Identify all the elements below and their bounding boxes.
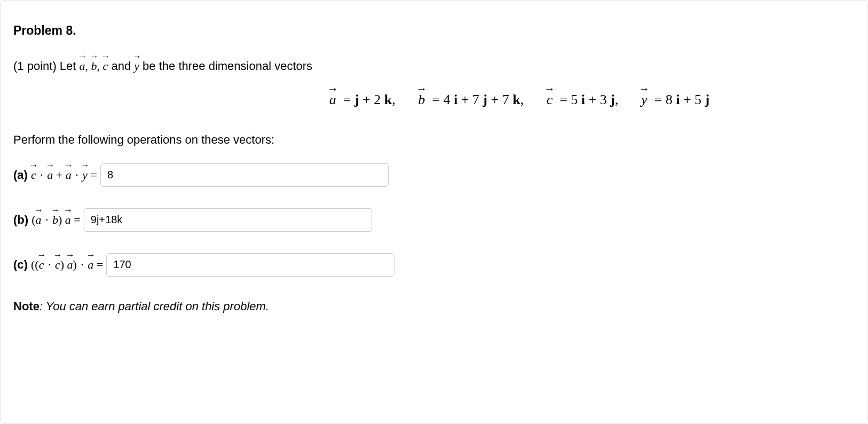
part-a: (a) c · a + a · y = bbox=[13, 163, 855, 187]
part-a-label: (a) c · a + a · y = bbox=[13, 167, 97, 184]
note-label: Note bbox=[13, 300, 40, 313]
part-b-label: (b) (a · b) a = bbox=[13, 211, 81, 229]
part-c-label: (c) ((c · c) a) · a = bbox=[13, 256, 103, 273]
note-text: : You can earn partial credit on this pr… bbox=[40, 300, 269, 313]
operations-instruction: Perform the following operations on thes… bbox=[13, 131, 855, 148]
vector-a: a bbox=[80, 58, 85, 75]
part-c-input[interactable] bbox=[106, 253, 394, 277]
intro-text-2: and bbox=[108, 59, 134, 73]
part-b: (b) (a · b) a = bbox=[13, 208, 855, 232]
def-a-lhs: a bbox=[329, 90, 336, 110]
problem-title: Problem 8. bbox=[13, 22, 855, 40]
def-y-lhs: y bbox=[641, 90, 648, 110]
def-b-lhs: b bbox=[418, 90, 425, 110]
points-prefix: (1 point) bbox=[13, 59, 60, 73]
vector-b: b bbox=[91, 58, 97, 75]
intro-text-1: Let bbox=[60, 59, 80, 73]
vector-definitions: a = j + 2 k, b = 4 i + 7 j + 7 k, c = 5 … bbox=[13, 90, 855, 110]
part-c: (c) ((c · c) a) · a = bbox=[13, 253, 855, 277]
problem-card: Problem 8. (1 point) Let a, b, c and y b… bbox=[0, 0, 868, 424]
part-a-input[interactable] bbox=[100, 163, 389, 187]
note-line: Note: You can earn partial credit on thi… bbox=[13, 298, 855, 315]
intro-line: (1 point) Let a, b, c and y be the three… bbox=[13, 58, 855, 75]
vector-y: y bbox=[134, 58, 139, 75]
intro-text-3: be the three dimensional vectors bbox=[139, 59, 312, 73]
def-c-lhs: c bbox=[547, 90, 553, 110]
vector-c: c bbox=[103, 58, 108, 75]
part-b-input[interactable] bbox=[84, 208, 372, 232]
